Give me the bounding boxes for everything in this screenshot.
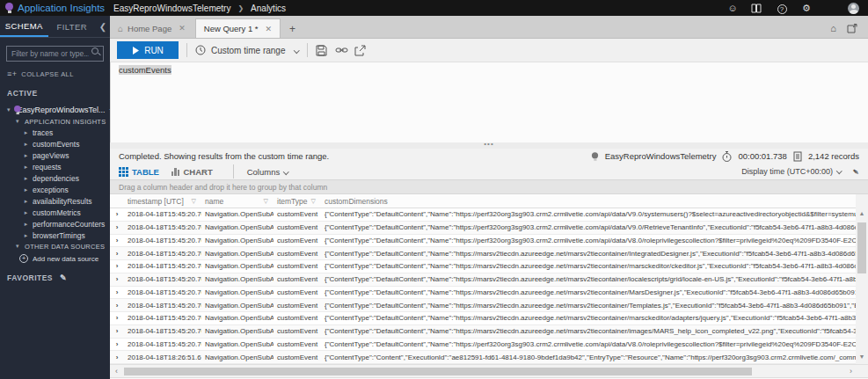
table-row[interactable]: › 2018-04-18T15:45:20.706 Navigation.Ope… (110, 208, 856, 222)
caret-right-icon[interactable]: ▸ (23, 129, 29, 136)
home-icon[interactable]: ⌂ (830, 23, 836, 33)
caret-down-icon[interactable]: ▾ (14, 243, 21, 250)
row-expand-icon[interactable]: › (110, 210, 124, 218)
table-row[interactable]: › 2018-04-18T15:45:20.708 Navigation.Ope… (110, 260, 856, 273)
tab-schema[interactable]: SCHEMA (0, 16, 48, 37)
close-icon[interactable]: ✕ (266, 25, 273, 33)
scroll-down-icon[interactable]: ▼ (856, 353, 868, 364)
caret-right-icon[interactable]: ▸ (23, 232, 29, 239)
column-header-customdimensions[interactable]: customDimensions (321, 197, 856, 206)
help-icon[interactable]: ? (776, 3, 788, 14)
sidebar-collapse-icon[interactable]: ❮ (96, 16, 110, 37)
table-row[interactable]: › 2018-04-18T15:45:20.708 Navigation.Ope… (110, 339, 856, 352)
column-header-itemtype[interactable]: itemType ▽ (274, 197, 321, 206)
query-token[interactable]: customEvents (119, 65, 171, 75)
table-row[interactable]: › 2018-04-18T15:45:20.707 Navigation.Ope… (110, 235, 856, 248)
export-button[interactable] (354, 45, 374, 56)
row-expand-icon[interactable]: › (110, 275, 124, 283)
breadcrumb-app[interactable]: EasyReproWindowsTelemetry (113, 4, 230, 13)
save-button[interactable] (316, 45, 335, 56)
tree-table-item[interactable]: ▸ requests (0, 161, 110, 172)
caret-right-icon[interactable]: ▸ (23, 175, 29, 182)
tree-table-item[interactable]: ▸ customEvents (0, 138, 110, 149)
scroll-left-icon[interactable]: ‹ (115, 367, 118, 375)
query-editor[interactable]: customEvents (110, 62, 868, 142)
share-link-button[interactable] (335, 45, 354, 55)
pin-icon[interactable]: ✒ (850, 165, 861, 178)
horizontal-scrollbar[interactable]: ‹ › (110, 364, 868, 377)
table-row[interactable]: › 2018-04-18T15:45:20.708 Navigation.Ope… (110, 299, 856, 312)
filter-funnel-icon[interactable]: ▽ (264, 198, 268, 205)
caret-right-icon[interactable]: ▸ (23, 221, 29, 228)
tree-table-item[interactable]: ▸ dependencies (0, 172, 110, 184)
splitter-handle[interactable]: ••• (110, 142, 868, 149)
vertical-scroll-thumb[interactable] (857, 222, 866, 273)
scroll-right-icon[interactable]: › (850, 367, 852, 375)
tree-table-item[interactable]: ▸ browserTimings (0, 230, 110, 241)
row-expand-icon[interactable]: › (110, 314, 124, 322)
group-by-bar[interactable]: Drag a column header and drop it here to… (110, 179, 868, 194)
caret-down-icon[interactable]: ▾ (14, 118, 21, 125)
row-expand-icon[interactable]: › (110, 288, 124, 296)
filter-funnel-icon[interactable]: ▽ (192, 198, 196, 205)
account-avatar[interactable] (848, 3, 859, 14)
row-expand-icon[interactable]: › (110, 237, 124, 244)
horizontal-scroll-thumb[interactable] (124, 368, 752, 375)
tab-filter[interactable]: FILTER (48, 16, 97, 37)
row-expand-icon[interactable]: › (110, 302, 124, 310)
close-icon[interactable]: ✕ (179, 24, 186, 33)
caret-right-icon[interactable]: ▸ (23, 209, 29, 216)
tab-new-query[interactable]: New Query 1 * ✕ (195, 18, 281, 38)
new-tab-button[interactable]: + (281, 23, 304, 38)
tree-table-item[interactable]: ▸ customMetrics (0, 207, 110, 218)
caret-down-icon[interactable]: ▾ (7, 106, 11, 113)
tree-group-other-data-sources[interactable]: ▾ OTHER DATA SOURCES (0, 241, 110, 251)
docs-book-icon[interactable] (751, 4, 763, 13)
table-row[interactable]: › 2018-04-18T15:45:20.708 Navigation.Ope… (110, 325, 856, 339)
display-time-dropdown[interactable]: Display time (UTC+00:00) (741, 167, 841, 176)
settings-gear-icon[interactable]: ⚙ (800, 3, 813, 14)
tree-table-item[interactable]: ▸ availabilityResults (0, 195, 110, 207)
row-expand-icon[interactable]: › (110, 250, 124, 258)
row-expand-icon[interactable]: › (110, 327, 124, 335)
tree-group-application-insights[interactable]: ▾ APPLICATION INSIGHTS (0, 116, 110, 127)
edit-pencil-icon[interactable]: ✎ (60, 273, 67, 282)
table-view-button[interactable]: TABLE (119, 167, 159, 177)
caret-right-icon[interactable]: ▸ (23, 164, 29, 171)
column-header-timestamp[interactable]: timestamp [UTC] ▽ (124, 197, 201, 206)
tree-table-item[interactable]: ▸ traces (0, 127, 110, 138)
caret-right-icon[interactable]: ▸ (23, 141, 29, 148)
columns-dropdown[interactable]: Columns (247, 167, 288, 177)
chart-view-button[interactable]: CHART (171, 167, 213, 177)
caret-right-icon[interactable]: ▸ (23, 198, 29, 205)
table-row[interactable]: › 2018-04-18T18:26:51.619 Navigation.Ope… (110, 351, 856, 364)
table-row[interactable]: › 2018-04-18T15:45:20.708 Navigation.Ope… (110, 312, 856, 325)
caret-right-icon[interactable]: ▸ (23, 152, 29, 159)
scroll-up-icon[interactable]: ▲ (856, 210, 868, 221)
schema-filter-input[interactable] (6, 46, 104, 62)
run-button[interactable]: RUN (117, 41, 179, 59)
table-row[interactable]: › 2018-04-18T15:45:20.707 Navigation.Ope… (110, 222, 856, 235)
collapse-all-button[interactable]: ≡+ COLLAPSE ALL (7, 69, 110, 78)
add-data-source-button[interactable]: + Add new data source (0, 251, 110, 265)
row-expand-icon[interactable]: › (110, 223, 124, 231)
feedback-smiley-icon[interactable]: ☺ (726, 3, 739, 13)
filter-funnel-icon[interactable]: ▽ (311, 198, 316, 205)
tab-home-page[interactable]: ⌂ Home Page ✕ (110, 18, 193, 38)
breadcrumb-analytics[interactable]: Analytics (251, 4, 286, 13)
table-row[interactable]: › 2018-04-18T15:45:20.708 Navigation.Ope… (110, 273, 856, 287)
tree-app-node[interactable]: ▾ EasyReproWindowsTel... ☆ (0, 103, 110, 116)
row-expand-icon[interactable]: › (110, 340, 124, 348)
column-header-name[interactable]: name ▽ (201, 197, 274, 206)
table-row[interactable]: › 2018-04-18T15:45:20.708 Navigation.Ope… (110, 287, 856, 300)
row-expand-icon[interactable]: › (110, 353, 124, 361)
query-text[interactable]: customEvents (111, 62, 868, 75)
tree-table-item[interactable]: ▸ pageViews (0, 149, 110, 161)
table-row[interactable]: › 2018-04-18T15:45:20.708 Navigation.Ope… (110, 247, 856, 260)
open-in-editor-icon[interactable] (847, 24, 857, 33)
row-expand-icon[interactable]: › (110, 262, 124, 270)
caret-right-icon[interactable]: ▸ (23, 186, 29, 193)
vertical-scrollbar[interactable]: ▲ ▼ (856, 194, 868, 364)
tree-table-item[interactable]: ▸ exceptions (0, 184, 110, 195)
tree-table-item[interactable]: ▸ performanceCounters (0, 218, 110, 230)
